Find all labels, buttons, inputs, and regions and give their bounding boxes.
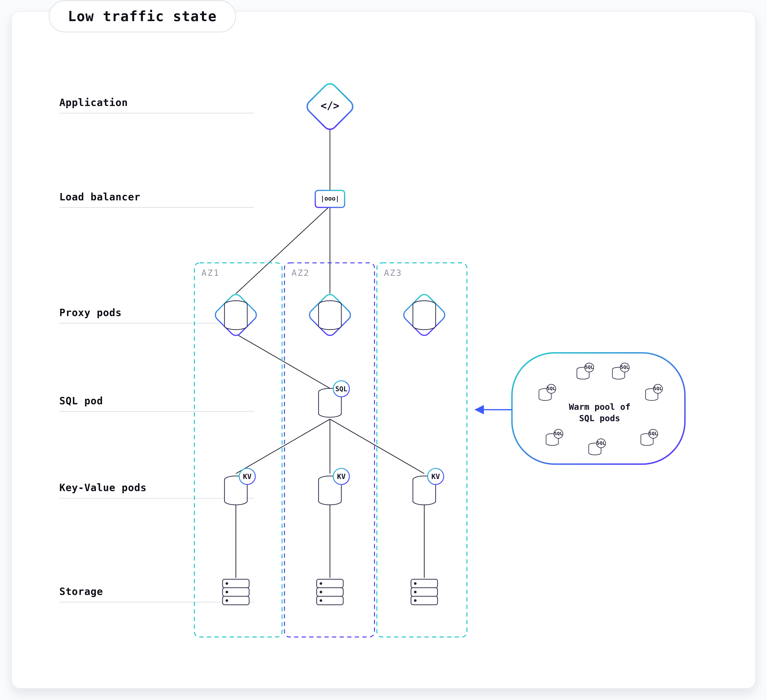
kv-pod-az1: KV (224, 468, 255, 505)
svg-text:SQL: SQL (585, 364, 594, 370)
proxy-pod-az2 (307, 292, 353, 338)
svg-text:SQL: SQL (597, 440, 605, 446)
sql-pod: SQL (318, 381, 349, 417)
storage-az3 (411, 579, 438, 605)
svg-text:SQL: SQL (554, 431, 563, 437)
application-icon-label: </> (321, 100, 339, 112)
az1-label: AZ1 (202, 268, 220, 278)
proxy-pod-az1 (213, 292, 259, 338)
storage-az1 (223, 579, 249, 605)
kv-pod-badge: KV (431, 472, 440, 481)
svg-text:SQL: SQL (621, 364, 629, 370)
proxy-pod-az3 (401, 292, 447, 338)
application-icon: </> (304, 81, 355, 132)
kv-pod-badge: KV (243, 472, 251, 481)
svg-text:SQL: SQL (649, 431, 657, 437)
svg-line-15 (236, 334, 330, 389)
sql-pod-badge: SQL (335, 385, 347, 393)
svg-text:SQL: SQL (654, 386, 662, 391)
warm-pool-line1: Warm pool of (569, 402, 630, 412)
storage-az2 (317, 579, 343, 605)
warm-pool: SQL SQL SQL SQL SQL SQL SQL Warm pool of… (476, 353, 685, 464)
load-balancer-icon: |ooo| (315, 190, 345, 208)
diagram-stage: AZ1 AZ2 AZ3 </> |ooo| SQL KV KV (12, 12, 755, 688)
az3-label: AZ3 (384, 268, 402, 278)
kv-pod-az3: KV (413, 468, 444, 505)
svg-text:SQL: SQL (547, 386, 555, 391)
load-balancer-icon-label: |ooo| (321, 195, 339, 202)
kv-pod-az2: KV (318, 468, 349, 505)
az2-label: AZ2 (292, 268, 310, 278)
svg-line-13 (236, 206, 330, 294)
diagram-panel: Low traffic state Application Load balan… (11, 11, 756, 689)
kv-pod-badge: KV (337, 472, 345, 481)
warm-pool-line2: SQL pods (579, 413, 620, 423)
svg-line-16 (236, 419, 330, 474)
